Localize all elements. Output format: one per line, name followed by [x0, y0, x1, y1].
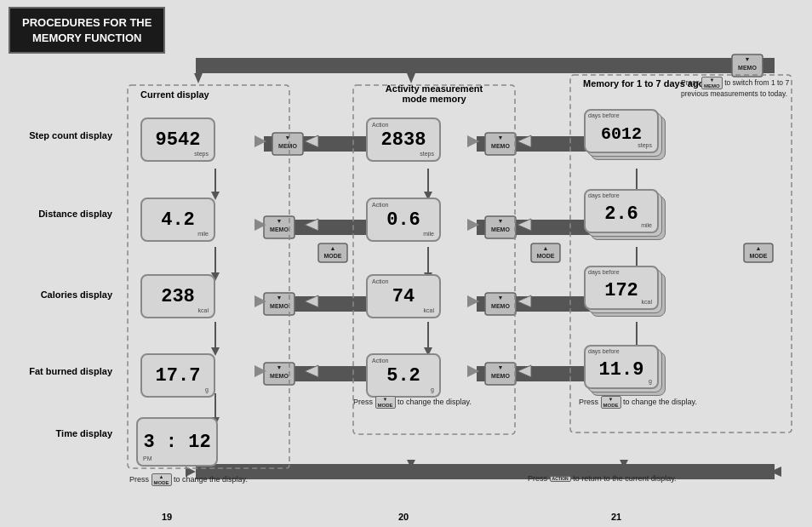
svg-marker-77	[305, 365, 318, 377]
display-fat-current: g 17.7	[140, 353, 215, 398]
display-dist-memory-value: 2.6	[604, 198, 638, 225]
note-memory-switch: Press ▼MEMO to switch from 1 to 7 previo…	[681, 77, 804, 100]
svg-marker-78	[518, 365, 531, 377]
page-num-19: 19	[162, 512, 172, 522]
header-box: PROCEDURES FOR THE MEMORY FUNCTION	[9, 7, 165, 54]
svg-text:MEMO: MEMO	[491, 303, 510, 309]
label-calories: Calories display	[7, 289, 117, 300]
svg-marker-61	[254, 295, 266, 307]
note-activity-press: Press ▼MODE to change the display.	[353, 396, 472, 409]
display-dist-current: mile 4.2	[140, 198, 215, 242]
svg-rect-29	[485, 216, 516, 238]
display-step-memory-value: 6012	[601, 119, 642, 144]
header-line1: PROCEDURES FOR THE	[22, 15, 152, 31]
label-distance: Distance display	[7, 209, 117, 219]
svg-marker-80	[467, 365, 479, 377]
note-current-press: Press ▲MODE to change the display.	[129, 473, 248, 486]
svg-marker-62	[467, 295, 479, 307]
svg-marker-32	[305, 219, 318, 231]
note-memory-press: Press ▼MODE to change the display.	[579, 396, 697, 409]
svg-marker-87	[770, 467, 781, 477]
svg-text:▼: ▼	[498, 295, 504, 301]
svg-text:MODE: MODE	[537, 253, 555, 259]
svg-text:MEMO: MEMO	[270, 373, 289, 379]
display-fat-activity: Action g 5.2	[366, 353, 441, 398]
label-time: Time display	[7, 428, 117, 438]
header-line2: MEMORY FUNCTION	[22, 31, 152, 46]
display-step-current-value: 9542	[156, 129, 201, 151]
display-step-activity: Action steps 2838	[366, 117, 441, 162]
svg-text:▼: ▼	[745, 56, 751, 62]
svg-rect-39	[531, 243, 560, 262]
svg-marker-4	[194, 73, 203, 83]
display-cal-current-value: 238	[161, 286, 195, 307]
display-dist-current-value: 4.2	[161, 209, 195, 231]
display-fat-activity-value: 5.2	[386, 365, 420, 387]
svg-marker-5	[407, 73, 415, 83]
col-header-activity: Activity measurement mode memory	[370, 83, 498, 104]
svg-text:▼: ▼	[498, 135, 504, 140]
svg-marker-59	[305, 295, 318, 307]
svg-rect-26	[264, 216, 294, 238]
svg-marker-85	[407, 460, 415, 468]
svg-text:MEMO: MEMO	[738, 65, 757, 71]
note-return: Press ACTION to return to the current di…	[528, 473, 677, 484]
display-fat-memory-value: 11.9	[599, 354, 644, 381]
svg-text:▲: ▲	[543, 245, 549, 251]
display-step-current: steps 9542	[140, 117, 215, 162]
col-header-current: Current display	[140, 89, 209, 100]
svg-marker-14	[305, 135, 318, 147]
svg-text:MEMO: MEMO	[270, 303, 289, 309]
display-cal-activity: Action kcal 74	[366, 274, 441, 318]
svg-marker-17	[467, 135, 479, 147]
svg-marker-86	[620, 460, 628, 468]
display-dist-activity-value: 0.6	[386, 209, 420, 231]
display-dist-activity: Action mile 0.6	[366, 198, 441, 242]
svg-rect-11	[485, 133, 516, 155]
label-step-count: Step count display	[7, 130, 117, 140]
display-cal-current: kcal 238	[140, 274, 215, 318]
svg-text:▼: ▼	[498, 364, 504, 370]
svg-text:▲: ▲	[756, 245, 762, 251]
page-num-20: 20	[398, 512, 409, 522]
svg-rect-74	[485, 363, 516, 385]
svg-text:▼: ▼	[277, 218, 283, 224]
svg-text:▼: ▼	[498, 218, 504, 224]
svg-rect-8	[272, 133, 303, 155]
label-fat: Fat burned display	[7, 366, 117, 376]
svg-marker-15	[518, 135, 531, 147]
svg-marker-16	[254, 135, 266, 147]
svg-text:MEMO: MEMO	[278, 143, 297, 149]
svg-marker-79	[254, 365, 266, 377]
svg-text:MEMO: MEMO	[491, 226, 510, 232]
svg-rect-71	[264, 363, 294, 385]
svg-text:MODE: MODE	[750, 253, 768, 259]
svg-marker-34	[254, 219, 266, 231]
svg-marker-60	[518, 295, 531, 307]
svg-marker-35	[467, 219, 479, 231]
display-step-activity-value: 2838	[381, 129, 426, 151]
display-time-current-value: 3 : 12	[143, 432, 210, 453]
svg-text:MODE: MODE	[324, 253, 342, 259]
svg-rect-0	[196, 58, 775, 73]
display-cal-activity-value: 74	[392, 286, 415, 307]
display-fat-current-value: 17.7	[156, 365, 201, 387]
svg-text:MEMO: MEMO	[491, 373, 510, 379]
svg-text:▲: ▲	[330, 245, 336, 251]
svg-rect-1	[732, 54, 763, 77]
svg-rect-53	[264, 293, 294, 315]
svg-marker-33	[518, 219, 531, 231]
display-time-current: PM 3 : 12	[136, 417, 218, 467]
svg-text:▼: ▼	[277, 295, 283, 301]
svg-rect-83	[196, 464, 775, 479]
svg-text:▼: ▼	[277, 364, 283, 370]
svg-text:MEMO: MEMO	[270, 226, 289, 232]
svg-text:▼: ▼	[285, 135, 291, 140]
svg-rect-56	[485, 293, 516, 315]
svg-rect-36	[318, 243, 347, 262]
svg-rect-42	[744, 243, 773, 262]
svg-text:MEMO: MEMO	[491, 143, 510, 149]
page-num-21: 21	[611, 512, 621, 522]
display-cal-memory-value: 172	[604, 275, 638, 301]
